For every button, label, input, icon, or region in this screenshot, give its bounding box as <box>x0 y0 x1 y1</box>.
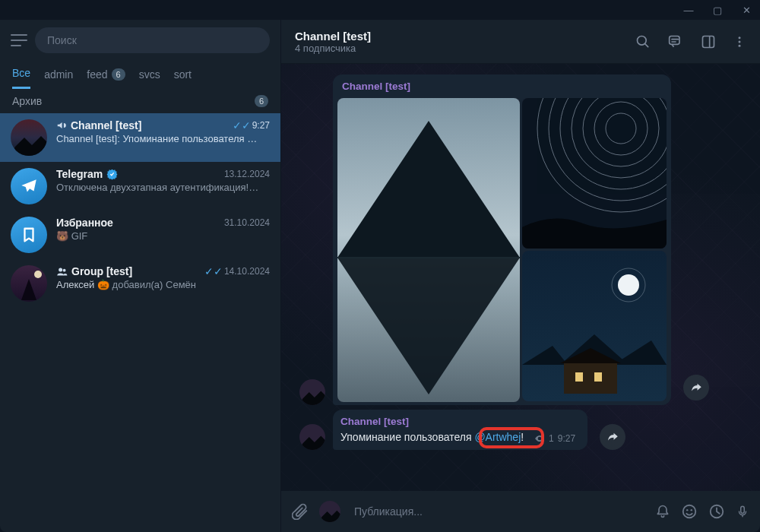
chat-name: Channel [test] <box>56 119 141 131</box>
composer <box>281 491 760 532</box>
svg-point-3 <box>59 268 62 271</box>
svg-point-2 <box>34 271 42 278</box>
conversation-title: Channel [test] <box>295 30 371 43</box>
verified-icon <box>106 169 118 180</box>
group-icon <box>56 266 68 277</box>
emoji-icon[interactable] <box>681 503 698 520</box>
tab-sort[interactable]: sort <box>174 67 192 89</box>
tab-svcs[interactable]: svcs <box>139 67 160 89</box>
tab-feed[interactable]: feed6 <box>87 67 125 89</box>
composer-input[interactable] <box>351 505 644 518</box>
message-author: Channel [test] <box>337 79 667 95</box>
message-bubble[interactable]: Channel [test] <box>333 74 671 405</box>
chat-preview: Отключена двухэтапная аутентификация!… <box>56 182 270 193</box>
message-avatar[interactable] <box>299 424 325 450</box>
archive-badge: 6 <box>255 95 268 107</box>
svg-rect-27 <box>594 372 602 382</box>
bookmark-icon <box>21 226 37 243</box>
tab-feed-badge: 6 <box>112 68 125 81</box>
chat-preview: 🐻 GIF <box>56 230 270 242</box>
search-icon[interactable] <box>635 34 651 49</box>
search-input[interactable] <box>47 34 258 46</box>
chat-item[interactable]: Избранное 31.10.2024 🐻 GIF <box>0 211 280 259</box>
attach-icon[interactable] <box>292 503 309 520</box>
chat-time: ✓✓ 9:27 <box>233 119 270 131</box>
window-maximize-button[interactable]: ▢ <box>708 5 727 16</box>
svg-point-9 <box>739 40 741 43</box>
channel-icon <box>56 120 67 131</box>
messages-area[interactable]: Channel [test] <box>281 64 760 491</box>
search-box[interactable] <box>35 27 270 53</box>
forward-button[interactable] <box>600 424 625 450</box>
archive-label: Архив <box>12 95 42 107</box>
menu-icon[interactable] <box>11 33 27 47</box>
chat-name: Group [test] <box>56 265 132 277</box>
views-icon <box>534 433 545 444</box>
tab-all[interactable]: Все <box>12 67 30 89</box>
svg-point-10 <box>739 44 741 46</box>
notifications-icon[interactable] <box>655 503 670 520</box>
chat-time: ✓✓ 14.10.2024 <box>204 265 270 277</box>
message-row: Channel [test] <box>299 74 742 405</box>
avatar <box>11 217 47 253</box>
svg-rect-6 <box>670 36 679 44</box>
svg-point-23 <box>618 274 639 296</box>
window-close-button[interactable]: ✕ <box>737 5 755 16</box>
chat-time: 13.12.2024 <box>224 169 270 179</box>
media-thumb[interactable] <box>337 98 520 402</box>
chat-item[interactable]: Telegram 13.12.2024 Отключена двухэтапна… <box>0 162 280 211</box>
chat-list: Channel [test] ✓✓ 9:27 Channel [test]: У… <box>0 113 280 532</box>
chat-name: Telegram <box>56 168 118 180</box>
tab-admin[interactable]: admin <box>44 67 73 89</box>
schedule-icon[interactable] <box>708 503 725 520</box>
message-author: Channel [test] <box>340 416 580 427</box>
chat-time: 31.10.2024 <box>224 217 270 228</box>
folder-tabs: Все admin feed6 svcs sort <box>0 61 280 89</box>
svg-rect-25 <box>564 363 617 394</box>
forward-button[interactable] <box>683 375 709 401</box>
voice-icon[interactable] <box>736 502 749 521</box>
window-titlebar: — ▢ ✕ <box>0 0 760 20</box>
avatar <box>11 119 47 156</box>
avatar <box>11 168 47 204</box>
chat-item[interactable]: Group [test] ✓✓ 14.10.2024 Алексей 🎃 доб… <box>0 259 280 308</box>
message-bubble[interactable]: Channel [test] Упоминание пользователя @… <box>333 410 587 450</box>
avatar <box>11 265 47 302</box>
more-icon[interactable] <box>733 34 746 49</box>
message-text: Упоминание пользователя @Artwhej! 1 9:27 <box>340 431 580 443</box>
read-check-icon: ✓✓ <box>204 265 223 277</box>
svg-point-31 <box>686 509 688 511</box>
svg-rect-34 <box>741 506 745 513</box>
sidebar: Все admin feed6 svcs sort Архив 6 Ch <box>0 20 281 532</box>
chat-name: Избранное <box>56 217 113 229</box>
conversation-pane: Channel [test] 4 подписчика Channel [tes… <box>281 20 760 532</box>
svg-point-8 <box>739 36 741 39</box>
message-avatar[interactable] <box>299 379 325 405</box>
media-album[interactable] <box>337 98 667 402</box>
message-time: 9:27 <box>558 433 575 444</box>
message-row: Channel [test] Упоминание пользователя @… <box>299 410 742 450</box>
svg-rect-26 <box>575 372 583 382</box>
read-check-icon: ✓✓ <box>233 119 251 131</box>
window-minimize-button[interactable]: — <box>679 5 698 16</box>
comments-icon[interactable] <box>667 34 684 49</box>
mention-link[interactable]: @Artwhej <box>474 431 521 443</box>
chat-preview: Channel [test]: Упоминание пользователя … <box>56 133 270 144</box>
svg-point-30 <box>683 505 696 518</box>
composer-avatar[interactable] <box>319 501 340 522</box>
archive-row[interactable]: Архив 6 <box>0 89 280 113</box>
svg-point-4 <box>63 268 66 271</box>
views-count: 1 <box>549 433 554 444</box>
svg-rect-7 <box>703 36 714 47</box>
media-thumb[interactable] <box>522 251 667 401</box>
chat-item[interactable]: Channel [test] ✓✓ 9:27 Channel [test]: У… <box>0 113 280 162</box>
media-thumb[interactable] <box>522 98 667 249</box>
svg-point-32 <box>691 509 692 511</box>
conversation-subtitle: 4 подписчика <box>295 43 371 54</box>
chat-preview: Алексей 🎃 добавил(а) Семён <box>56 279 270 290</box>
conversation-header[interactable]: Channel [test] 4 подписчика <box>281 20 760 64</box>
sidepanel-icon[interactable] <box>701 34 716 49</box>
